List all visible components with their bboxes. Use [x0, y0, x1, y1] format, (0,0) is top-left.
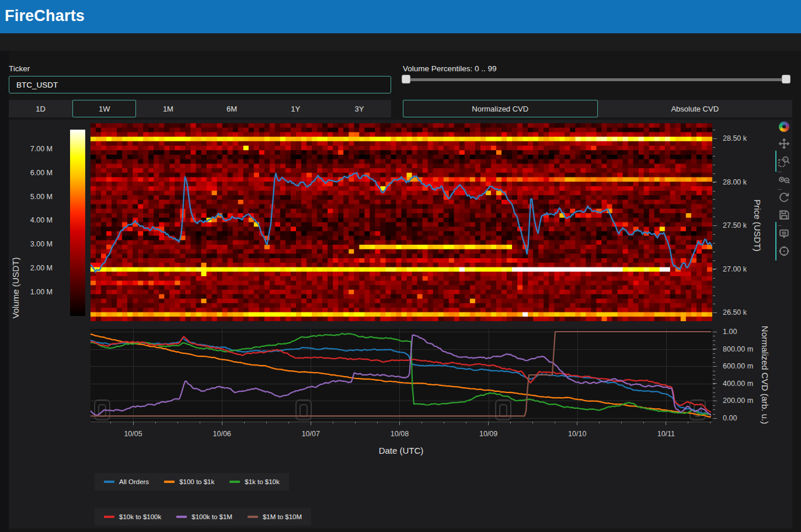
- cvd-line-chart[interactable]: [90, 329, 712, 422]
- modebar-active-indicator: [775, 222, 776, 260]
- reset-axes-icon[interactable]: [778, 192, 790, 203]
- cvd-mode-button-absolute-cvd[interactable]: Absolute CVD: [598, 100, 793, 117]
- price-axis-minor-tick: [713, 234, 715, 235]
- price-axis-minor-tick: [713, 199, 715, 200]
- legend-label: $10k to $100k: [119, 513, 161, 520]
- date-axis-minor-tick: [333, 422, 333, 423]
- legend-item-all-orders[interactable]: All Orders: [104, 478, 149, 485]
- volume-percentiles-label: Volume Percentiles: 0 .. 99: [403, 64, 497, 73]
- price-axis-minor-tick: [713, 225, 715, 226]
- date-axis-minor-tick: [200, 422, 200, 423]
- range-button-group: 1D1W1M6M1Y3Y: [9, 100, 391, 117]
- legend-swatch: [176, 516, 187, 518]
- date-axis-minor-tick: [244, 422, 245, 423]
- toggle-hover-icon[interactable]: [778, 228, 790, 239]
- price-axis-minor-tick: [713, 287, 715, 287]
- date-axis-tick: [399, 422, 400, 425]
- range-button-6m[interactable]: 6M: [200, 100, 264, 117]
- legend-swatch: [248, 516, 258, 518]
- plotly-logo-icon[interactable]: [779, 121, 789, 132]
- subheader-strip: [0, 33, 801, 51]
- cvd-mode-button-normalized-cvd[interactable]: Normalized CVD: [403, 100, 598, 117]
- range-button-1d[interactable]: 1D: [9, 100, 72, 117]
- legend-swatch: [229, 481, 240, 483]
- legend-swatch: [164, 481, 175, 483]
- range-button-1y[interactable]: 1Y: [264, 100, 328, 117]
- date-axis-tick: [222, 422, 222, 425]
- cvd-axis-minor-tick: [713, 375, 715, 375]
- cvd-axis-tick-label: 0.00: [723, 414, 737, 422]
- save-snapshot-icon[interactable]: [778, 209, 790, 221]
- legend-item--100k-to-1m[interactable]: $100k to $1M: [176, 513, 232, 520]
- volume-colorbar-tick-label: 3.00 M: [16, 240, 53, 248]
- volume-percentile-slider[interactable]: [403, 75, 789, 84]
- price-axis-minor-tick: [713, 304, 715, 304]
- legend-row: $10k to $100k$100k to $1M$1M to $10M: [95, 508, 311, 526]
- price-axis-minor-tick: [713, 252, 715, 252]
- legend-item--10k-to-100k[interactable]: $10k to $100k: [104, 513, 161, 520]
- x-axis-line: [90, 422, 712, 422]
- price-axis-minor-tick: [713, 138, 715, 139]
- date-axis-tick: [666, 422, 666, 425]
- price-axis-minor-tick: [713, 208, 715, 208]
- slider-handle-max[interactable]: [782, 75, 790, 84]
- date-axis-minor-tick: [510, 422, 511, 423]
- cvd-axis-minor-tick: [713, 392, 715, 393]
- price-axis-minor-tick: [713, 191, 715, 192]
- modebar-separator: [778, 225, 782, 226]
- price-axis-minor-tick: [713, 182, 715, 183]
- box-zoom-icon[interactable]: [778, 155, 790, 167]
- cvd-axis-minor-tick: [713, 357, 715, 358]
- price-axis-tick-label: 28.00 k: [723, 178, 747, 186]
- date-axis-minor-tick: [621, 422, 622, 423]
- cvd-axis-minor-tick: [713, 414, 715, 415]
- price-axis-tick-label: 26.50 k: [723, 308, 747, 317]
- date-axis-minor-tick: [155, 422, 156, 423]
- slider-handle-min[interactable]: [402, 75, 410, 84]
- legend-item--100-to-1k[interactable]: $100 to $1k: [164, 478, 214, 485]
- date-axis-minor-tick: [110, 422, 111, 423]
- pan-icon[interactable]: [778, 138, 790, 149]
- legend-item--1k-to-10k[interactable]: $1k to $10k: [229, 478, 279, 485]
- price-axis-minor-tick: [713, 312, 715, 313]
- ticker-input[interactable]: [9, 76, 391, 93]
- left-margin: [0, 51, 9, 532]
- date-axis-tick: [488, 422, 489, 425]
- price-axis-minor-tick: [713, 260, 715, 261]
- volume-colorbar-tick-label: 6.00 M: [16, 169, 53, 177]
- toggle-spikelines-icon[interactable]: [778, 245, 790, 257]
- firecharts-app: FireCharts Ticker Volume Percentiles: 0 …: [0, 0, 801, 532]
- date-axis-title: Date (UTC): [350, 446, 452, 455]
- range-button-3y[interactable]: 3Y: [328, 100, 391, 117]
- cvd-axis-title: Normalized CVD (arb. u.): [760, 326, 770, 424]
- cvd-axis-minor-tick: [713, 405, 715, 406]
- cvd-axis-tick-label: 800.00 m: [723, 345, 753, 353]
- date-axis-minor-tick: [643, 422, 644, 423]
- legend-label: $100 to $1k: [179, 478, 214, 485]
- price-axis-minor-tick: [713, 130, 715, 130]
- legend-label: $100k to $1M: [191, 513, 232, 520]
- slider-track[interactable]: [403, 78, 789, 81]
- cvd-axis-minor-tick: [713, 388, 715, 388]
- price-axis-minor-tick: [713, 217, 715, 217]
- price-axis-tick-label: 27.50 k: [723, 221, 747, 230]
- zoom-in-out-icon[interactable]: [778, 174, 790, 186]
- date-axis-tick-label: 10/07: [302, 430, 320, 438]
- date-axis-tick-label: 10/11: [657, 430, 675, 438]
- date-axis-tick: [577, 422, 577, 425]
- price-axis-minor-tick: [713, 269, 715, 270]
- volume-colorbar-tick-label: 7.00 M: [16, 145, 53, 153]
- date-axis-tick-label: 10/08: [391, 430, 409, 438]
- cvd-axis-tick-label: 1.00: [723, 328, 737, 336]
- modebar-separator: [778, 172, 782, 172]
- legend-item--1m-to-10m[interactable]: $1M to $10M: [248, 513, 302, 520]
- volume-heatmap-chart[interactable]: [90, 123, 712, 321]
- date-axis-minor-tick: [710, 422, 711, 423]
- cvd-axis-minor-tick: [713, 397, 715, 397]
- legend-swatch: [104, 481, 114, 483]
- range-button-1w[interactable]: 1W: [72, 100, 136, 117]
- range-button-1m[interactable]: 1M: [136, 100, 200, 117]
- cvd-axis-minor-tick: [713, 340, 715, 341]
- price-axis-minor-tick: [713, 243, 715, 244]
- date-axis-tick: [311, 422, 311, 425]
